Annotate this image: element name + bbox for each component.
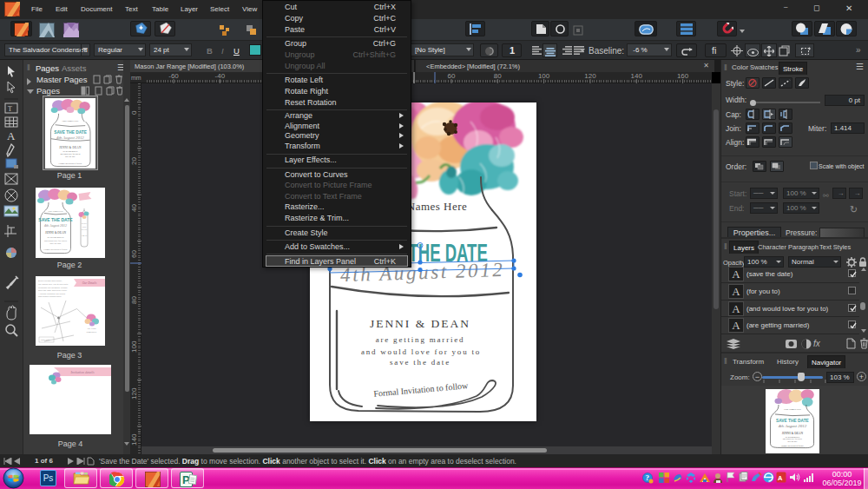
svg-text:J & D: J & D	[82, 235, 87, 237]
svg-text:?: ?	[646, 473, 650, 482]
svg-text:100: 100	[538, 72, 550, 80]
svg-text:save the date: save the date	[50, 242, 62, 245]
svg-text:60: 60	[448, 72, 456, 80]
svg-text:and would love for you to: and would love for you to	[783, 438, 802, 439]
svg-text:SAVE: SAVE	[82, 222, 88, 225]
svg-text:A formal invitation will follo: A formal invitation will follow	[38, 293, 65, 295]
svg-text:The Venue: The Venue	[87, 327, 97, 330]
svg-text:4th August 2012: 4th August 2012	[779, 424, 807, 428]
svg-text:Formal Invitation to follow: Formal Invitation to follow	[59, 162, 82, 165]
svg-text:and would love for you to: and would love for you to	[44, 240, 68, 242]
svg-text:JENNI & DEAN: JENNI & DEAN	[370, 317, 470, 330]
svg-text:140: 140	[130, 433, 138, 446]
svg-text:20: 20	[130, 157, 138, 165]
svg-text:A: A	[778, 474, 783, 482]
svg-text:Somewhere: Somewhere	[87, 331, 98, 334]
svg-text:A: A	[7, 129, 16, 142]
svg-text:Dear Friends and Family,: Dear Friends and Family,	[38, 280, 62, 282]
svg-text:Formal Invitation to follow: Formal Invitation to follow	[781, 445, 804, 447]
svg-text:4th August 2012: 4th August 2012	[44, 223, 67, 228]
svg-text:and would love for you to: and would love for you to	[361, 347, 481, 356]
svg-text:JENNI & DEAN: JENNI & DEAN	[45, 231, 66, 235]
svg-text:80: 80	[130, 296, 138, 304]
svg-text:Map data: Map data	[41, 339, 50, 341]
svg-text:save the date: save the date	[787, 440, 797, 442]
svg-text:160: 160	[677, 72, 689, 80]
svg-text:with further details soon.: with further details soon.	[38, 295, 62, 298]
svg-text:SAVE THE DATE: SAVE THE DATE	[54, 129, 87, 135]
svg-text:120: 120	[130, 387, 138, 400]
svg-text:We would love you to join us t: We would love you to join us to	[38, 283, 69, 286]
svg-text:are getting married: are getting married	[62, 150, 78, 152]
svg-text:are getting married: are getting married	[786, 436, 800, 438]
svg-text:80: 80	[494, 72, 502, 80]
svg-text:DATE: DATE	[82, 228, 88, 231]
svg-text:0: 0	[130, 110, 138, 115]
svg-text:JENNI & DEAN: JENNI & DEAN	[59, 146, 82, 149]
svg-text:100: 100	[130, 340, 138, 353]
svg-text:are getting married: are getting married	[47, 236, 64, 239]
svg-text:Your Names Here: Your Names Here	[784, 407, 802, 411]
svg-text:Formal Invitation to follow: Formal Invitation to follow	[373, 380, 469, 399]
svg-text:THE: THE	[82, 226, 87, 228]
svg-text:JENNI & DEAN: JENNI & DEAN	[782, 432, 804, 435]
svg-text:save the date and keep it free: save the date and keep it free.	[38, 289, 68, 292]
svg-text:are getting married: are getting married	[376, 335, 465, 344]
svg-text:celebrate our wedding. Please: celebrate our wedding. Please	[38, 287, 68, 289]
svg-text:4th August 2012: 4th August 2012	[56, 135, 84, 140]
svg-text:-60: -60	[168, 72, 179, 80]
svg-text:T: T	[8, 105, 12, 113]
svg-text:save the date: save the date	[390, 358, 450, 367]
svg-text:Formal Invitation to follow: Formal Invitation to follow	[43, 248, 67, 251]
svg-text:Invitation details: Invitation details	[69, 370, 95, 374]
svg-text:and would love for you to: and would love for you to	[60, 153, 81, 155]
svg-text:-40: -40	[215, 72, 226, 80]
svg-text:Our Details: Our Details	[82, 281, 97, 285]
svg-text:SAVE THE DATE: SAVE THE DATE	[38, 217, 73, 222]
svg-text:save the date: save the date	[65, 156, 75, 158]
svg-text:Your Names Here: Your Names Here	[62, 120, 79, 122]
svg-text:SAVE THE DATE: SAVE THE DATE	[776, 418, 809, 423]
svg-text:Your Names Here: Your Names Here	[48, 210, 64, 213]
svg-text:140: 140	[631, 72, 643, 80]
svg-text:60: 60	[130, 250, 138, 258]
svg-text:120: 120	[584, 72, 596, 80]
svg-text:40: 40	[130, 204, 138, 212]
